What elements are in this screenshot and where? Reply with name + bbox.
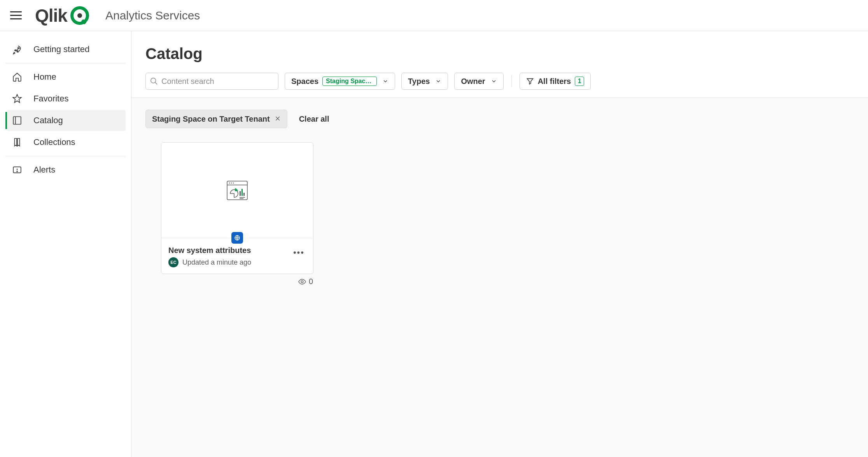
active-filter-chips: Staging Space on Target Tenant Clear all <box>145 110 854 128</box>
filter-label: All filters <box>538 77 571 86</box>
brand-wordmark: Qlik <box>35 5 67 26</box>
app-icon <box>234 234 241 241</box>
svg-point-16 <box>231 182 232 183</box>
sidebar-item-collections[interactable]: Collections <box>7 132 126 153</box>
rocket-icon <box>12 44 23 55</box>
filter-row: Spaces Staging Space … Types Owner All f… <box>145 73 854 90</box>
svg-point-3 <box>18 47 19 49</box>
search-icon <box>150 77 158 85</box>
svg-point-9 <box>151 78 156 83</box>
close-icon <box>275 115 281 122</box>
svg-rect-19 <box>242 189 243 196</box>
catalog-icon <box>12 115 23 126</box>
svg-rect-4 <box>13 117 21 124</box>
sidebar-item-label: Alerts <box>33 165 55 175</box>
clear-all-button[interactable]: Clear all <box>299 115 329 124</box>
divider <box>511 75 512 87</box>
app-thumbnail-icon <box>226 180 248 201</box>
chevron-down-icon <box>491 78 497 84</box>
filter-owner[interactable]: Owner <box>454 73 503 90</box>
header: Qlik Analytics Services <box>0 0 868 31</box>
bookmark-icon <box>12 137 23 148</box>
app-card[interactable]: New system attributes EC Updated a minut… <box>161 142 313 274</box>
svg-rect-18 <box>240 191 241 196</box>
sidebar-item-label: Catalog <box>33 115 63 126</box>
main: Catalog Spaces Staging Space … Types Own… <box>131 31 868 457</box>
filter-count-badge: 1 <box>575 77 584 86</box>
chevron-down-icon <box>435 78 441 84</box>
sidebar-item-alerts[interactable]: Alerts <box>7 159 126 180</box>
alert-icon <box>12 164 23 175</box>
sidebar: Getting started Home Favorites Cat <box>0 31 131 457</box>
home-icon <box>12 72 23 82</box>
tenant-name: Analytics Services <box>105 9 200 22</box>
star-icon <box>12 93 23 104</box>
funnel-icon <box>526 77 534 85</box>
views-count: 0 <box>309 277 313 286</box>
brand-logo[interactable]: Qlik <box>35 5 89 26</box>
sidebar-item-catalog[interactable]: Catalog <box>7 110 126 131</box>
app-type-badge <box>231 232 243 244</box>
filter-chip-label: Staging Space on Target Tenant <box>152 115 270 124</box>
card-views: 0 <box>298 277 313 286</box>
content-area: Staging Space on Target Tenant Clear all <box>131 98 868 457</box>
search-input[interactable] <box>161 77 274 86</box>
card-updated: Updated a minute ago <box>182 258 251 267</box>
filter-label: Spaces <box>291 77 318 86</box>
owner-avatar: EC <box>168 257 178 267</box>
sidebar-item-favorites[interactable]: Favorites <box>7 88 126 109</box>
filter-spaces-tag: Staging Space … <box>322 77 377 86</box>
page-title: Catalog <box>145 45 854 63</box>
filter-label: Owner <box>461 77 485 86</box>
filter-spaces[interactable]: Spaces Staging Space … <box>285 73 395 90</box>
menu-toggle-button[interactable] <box>8 7 24 24</box>
card-title: New system attributes <box>168 246 251 255</box>
filter-types[interactable]: Types <box>401 73 448 90</box>
card-grid: New system attributes EC Updated a minut… <box>145 142 854 274</box>
svg-line-10 <box>155 82 158 85</box>
filter-label: Types <box>408 77 430 86</box>
svg-point-15 <box>229 182 230 183</box>
svg-point-24 <box>301 281 303 283</box>
sidebar-item-label: Favorites <box>33 94 68 104</box>
filter-all-filters[interactable]: All filters 1 <box>520 73 591 90</box>
brand-q-icon <box>70 6 89 25</box>
chevron-down-icon <box>382 78 388 84</box>
filter-chip: Staging Space on Target Tenant <box>145 110 287 128</box>
svg-rect-20 <box>243 193 245 196</box>
sidebar-item-label: Home <box>33 72 56 82</box>
sidebar-item-getting-started[interactable]: Getting started <box>7 39 126 60</box>
eye-icon <box>298 277 306 286</box>
sidebar-item-label: Getting started <box>33 44 89 54</box>
sidebar-item-label: Collections <box>33 137 75 147</box>
remove-chip-button[interactable] <box>275 115 281 124</box>
svg-point-1 <box>77 13 82 18</box>
svg-point-17 <box>233 182 234 183</box>
card-preview <box>161 143 313 238</box>
search-box[interactable] <box>145 73 278 90</box>
sidebar-item-home[interactable]: Home <box>7 66 126 87</box>
card-menu-button[interactable]: ••• <box>292 246 306 259</box>
svg-point-8 <box>17 171 18 172</box>
